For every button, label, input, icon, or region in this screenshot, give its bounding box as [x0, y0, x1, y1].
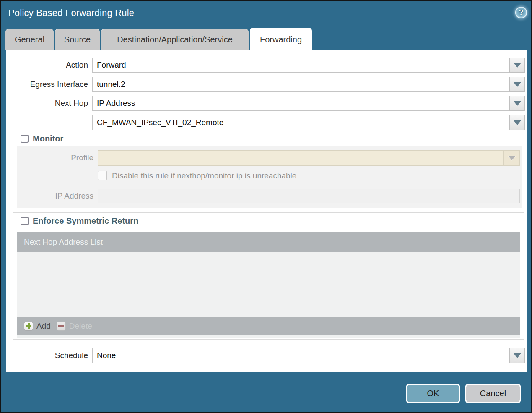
- symmetric-return-legend: Enforce Symmetric Return: [19, 216, 142, 226]
- monitor-ip-address-input: [98, 189, 520, 203]
- chevron-down-icon: [514, 101, 521, 106]
- monitor-ip-address-label: IP Address: [17, 188, 93, 204]
- egress-interface-input[interactable]: [92, 77, 509, 92]
- plus-icon: [24, 322, 33, 331]
- delete-button-label: Delete: [69, 322, 92, 331]
- profile-dropdown-button: [503, 150, 520, 166]
- chevron-down-icon: [514, 63, 521, 68]
- schedule-label: Schedule: [6, 348, 88, 363]
- forwarding-tab-panel: Action Egress Interface Next Hop Monitor…: [6, 50, 527, 372]
- disable-rule-checkbox-label: Disable this rule if nexthop/monitor ip …: [112, 171, 296, 181]
- tab-destination-application-service[interactable]: Destination/Application/Service: [101, 29, 249, 50]
- next-hop-type-input[interactable]: [92, 96, 509, 111]
- cancel-button[interactable]: Cancel: [465, 384, 521, 403]
- action-input[interactable]: [92, 58, 509, 73]
- next-hop-address-list-body: [17, 252, 520, 317]
- monitor-legend: Monitor: [19, 134, 67, 144]
- next-hop-address-dropdown-button[interactable]: [509, 115, 525, 130]
- chevron-down-icon: [514, 82, 521, 87]
- help-icon[interactable]: ?: [515, 7, 527, 18]
- next-hop-dropdown-button[interactable]: [509, 96, 525, 111]
- symmetric-return-legend-label: Enforce Symmetric Return: [33, 216, 138, 226]
- chevron-down-icon: [514, 353, 521, 358]
- schedule-dropdown-button[interactable]: [509, 348, 525, 363]
- profile-label: Profile: [17, 150, 93, 165]
- minus-icon: [57, 322, 66, 331]
- disable-rule-checkbox: [98, 171, 107, 180]
- tab-general[interactable]: General: [5, 29, 54, 50]
- action-label: Action: [6, 58, 88, 73]
- delete-button: Delete: [57, 322, 92, 331]
- action-dropdown-button[interactable]: [509, 58, 525, 73]
- tab-source[interactable]: Source: [55, 29, 100, 50]
- next-hop-label: Next Hop: [6, 96, 88, 111]
- dialog-title: Policy Based Forwarding Rule: [8, 8, 134, 18]
- tab-bar: General Source Destination/Application/S…: [5, 29, 312, 50]
- enforce-symmetric-return-checkbox[interactable]: [21, 217, 29, 225]
- egress-interface-dropdown-button[interactable]: [509, 77, 525, 92]
- profile-input: [98, 150, 503, 166]
- chevron-down-icon: [508, 156, 516, 160]
- add-button-label: Add: [36, 322, 51, 331]
- monitor-legend-label: Monitor: [33, 134, 63, 144]
- ok-button[interactable]: OK: [406, 384, 460, 403]
- next-hop-address-list-header: Next Hop Address List: [17, 232, 520, 252]
- chevron-down-icon: [514, 120, 521, 125]
- schedule-input[interactable]: [92, 348, 509, 363]
- next-hop-address-list-toolbar: Add Delete: [17, 317, 520, 335]
- next-hop-address-input[interactable]: [92, 115, 509, 130]
- egress-interface-label: Egress Interface: [6, 77, 88, 92]
- pbf-rule-dialog: Policy Based Forwarding Rule ? General S…: [0, 0, 532, 413]
- next-hop-address-table: Next Hop Address List Add Delete: [17, 232, 520, 338]
- monitor-checkbox[interactable]: [21, 135, 29, 143]
- tab-forwarding[interactable]: Forwarding: [250, 28, 312, 51]
- add-button[interactable]: Add: [24, 322, 51, 331]
- table-bottom-strip: [17, 335, 520, 338]
